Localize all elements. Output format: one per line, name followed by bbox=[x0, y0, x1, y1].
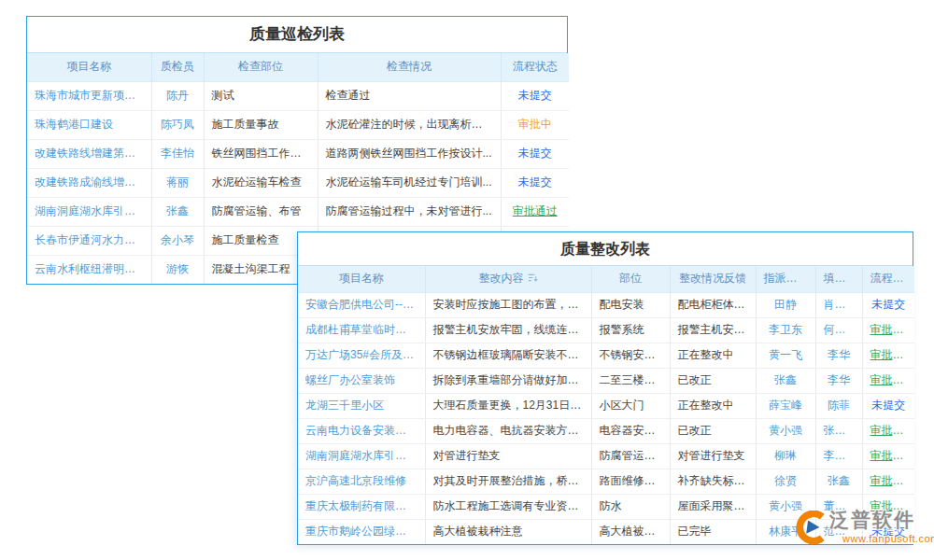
assignee-name-link[interactable]: 张鑫 bbox=[756, 368, 815, 393]
assignee-name-link[interactable]: 田静 bbox=[756, 292, 815, 317]
table-row: 湖南洞庭湖水库引水工...张鑫防腐管运输、布管防腐管运输过程中，未对管进行...… bbox=[27, 197, 569, 226]
assignee-name-link[interactable]: 李卫东 bbox=[756, 317, 815, 343]
column-header-reporter: 填报人 bbox=[815, 266, 862, 292]
inspection-situation: 检查通过 bbox=[318, 81, 501, 110]
table-row: 珠海鹤港口建设陈巧凤施工质量事故水泥砼灌注的时候，出现离析现象审批中 bbox=[27, 110, 569, 139]
inspector-name-link[interactable]: 陈丹 bbox=[151, 81, 204, 110]
inspector-name-link[interactable]: 李佳怡 bbox=[151, 139, 204, 168]
status-link[interactable]: 审批中 bbox=[501, 110, 569, 139]
status-link[interactable]: 未提交 bbox=[501, 139, 569, 168]
inspection-table-title: 质量巡检列表 bbox=[27, 17, 567, 53]
project-name-link[interactable]: 安徽合肥供电公司--配电设备... bbox=[298, 292, 425, 317]
table-row: 成都杜甫草堂临时展厅独立展...报警主机安放牢固，线缆连接...报警系统报警主机… bbox=[298, 317, 914, 343]
project-name-link[interactable]: 龙湖三千里小区 bbox=[298, 393, 425, 418]
project-name-link[interactable]: 成都杜甫草堂临时展厅独立展... bbox=[298, 317, 425, 343]
rectify-part: 二至三楼混... bbox=[591, 368, 670, 393]
column-header-situation: 检查情况 bbox=[318, 53, 501, 81]
rectify-part: 高大植被栽种 bbox=[591, 519, 670, 544]
table-row: 龙湖三千里小区大理石质量更换，12月31日之...小区大门正在整改中薛宝峰陈菲未… bbox=[298, 393, 914, 418]
inspector-name-link[interactable]: 陈巧凤 bbox=[151, 110, 204, 139]
rectify-feedback: 已改正 bbox=[670, 368, 756, 393]
table-row: 云南电力设备安装有限公司20...电力电容器、电抗器安装方案,...电容器安装.… bbox=[298, 418, 914, 443]
project-name-link[interactable]: 珠海市城市更新项目紫... bbox=[27, 81, 151, 110]
assignee-name-link[interactable]: 黄小强 bbox=[756, 418, 815, 443]
status-link[interactable]: 未提交 bbox=[501, 168, 569, 197]
page: 质量巡检列表 项目名称质检员检查部位检查情况流程状态 珠海市城市更新项目紫...… bbox=[0, 0, 934, 560]
status-link[interactable]: 审批通过 bbox=[501, 197, 569, 226]
rectification-table-title: 质量整改列表 bbox=[298, 232, 913, 266]
reporter-name-link[interactable]: 李华 bbox=[815, 368, 862, 393]
rectify-feedback: 正在整改中 bbox=[670, 343, 756, 368]
project-name-link[interactable]: 云南水利枢纽潜明水库... bbox=[27, 255, 151, 284]
project-name-link[interactable]: 湖南洞庭湖水库引水工程施工标 bbox=[298, 443, 425, 469]
reporter-name-link[interactable]: 何芷茵 bbox=[815, 317, 862, 343]
status-link[interactable]: 审批通过 bbox=[862, 469, 914, 494]
rectify-feedback: 报警主机安放... bbox=[670, 317, 756, 343]
reporter-name-link[interactable]: 陈菲 bbox=[815, 393, 862, 418]
project-name-link[interactable]: 京沪高速北京段维修 bbox=[298, 469, 425, 494]
project-name-link[interactable]: 重庆太极制药有限公司亳州中... bbox=[298, 494, 425, 519]
column-header-part: 部位 bbox=[591, 266, 670, 292]
assignee-name-link[interactable]: 徐贤 bbox=[756, 469, 815, 494]
rectify-part: 不锈钢安装... bbox=[591, 343, 670, 368]
rectify-feedback: 已完毕 bbox=[670, 519, 756, 544]
rectify-content: 大理石质量更换，12月31日之... bbox=[425, 393, 591, 418]
rectify-content: 报警主机安放牢固，线缆连接... bbox=[425, 317, 591, 343]
column-header-content[interactable]: 整改内容 bbox=[425, 266, 591, 292]
project-name-link[interactable]: 云南电力设备安装有限公司20... bbox=[298, 418, 425, 443]
assignee-name-link[interactable]: 黄一飞 bbox=[756, 343, 815, 368]
reporter-name-link[interactable]: 李若若 bbox=[815, 443, 862, 469]
rectify-content: 高大植被栽种注意 bbox=[425, 519, 591, 544]
inspector-name-link[interactable]: 蒋丽 bbox=[151, 168, 204, 197]
project-name-link[interactable]: 长春市伊通河水力发电... bbox=[27, 226, 151, 255]
project-name-link[interactable]: 螺丝厂办公室装饰 bbox=[298, 368, 425, 393]
inspection-situation: 水泥砼灌注的时候，出现离析现象 bbox=[318, 110, 501, 139]
table-row: 湖南洞庭湖水库引水工程施工标对管进行垫支防腐管运输...对管进行垫支柳琳李若若审… bbox=[298, 443, 914, 469]
inspector-name-link[interactable]: 游恢 bbox=[151, 255, 204, 284]
watermark: 泛普软件 www.fanpusoft.com bbox=[792, 509, 934, 548]
project-name-link[interactable]: 湖南洞庭湖水库引水工... bbox=[27, 197, 151, 226]
status-link[interactable]: 未提交 bbox=[862, 292, 914, 317]
rectify-content: 对管进行垫支 bbox=[425, 443, 591, 469]
project-name-link[interactable]: 珠海鹤港口建设 bbox=[27, 110, 151, 139]
reporter-name-link[interactable]: 张小东 bbox=[815, 418, 862, 443]
assignee-name-link[interactable]: 薛宝峰 bbox=[756, 393, 815, 418]
rectify-feedback: 正在整改中 bbox=[670, 393, 756, 418]
inspector-name-link[interactable]: 余小琴 bbox=[151, 226, 204, 255]
project-name-link[interactable]: 改建铁路线增建第二线... bbox=[27, 139, 151, 168]
rectify-part: 防腐管运输... bbox=[591, 443, 670, 469]
column-header-status: 流程状态 bbox=[862, 266, 914, 292]
rectify-content: 拆除到承重墙部分请做好加固... bbox=[425, 368, 591, 393]
status-link[interactable]: 审批通过 bbox=[862, 443, 914, 469]
table-row: 改建铁路成渝线增建第...蒋丽水泥砼运输车检查水泥砼运输车司机经过专门培训...… bbox=[27, 168, 569, 197]
status-link[interactable]: 审批通过 bbox=[862, 368, 914, 393]
project-name-link[interactable]: 改建铁路成渝线增建第... bbox=[27, 168, 151, 197]
project-name-link[interactable]: 万达广场35#会所及咖啡厅空... bbox=[298, 343, 425, 368]
rectify-content: 电力电容器、电抗器安装方案,... bbox=[425, 418, 591, 443]
rectify-part: 小区大门 bbox=[591, 393, 670, 418]
column-header-assignee: 指派人员 bbox=[756, 266, 815, 292]
rectify-content: 安装时应按施工图的布置，将... bbox=[425, 292, 591, 317]
watermark-url-text: www.fanpusoft.com bbox=[829, 533, 934, 544]
status-link[interactable]: 未提交 bbox=[862, 393, 914, 418]
sort-icon[interactable] bbox=[524, 272, 538, 285]
status-link[interactable]: 未提交 bbox=[501, 81, 569, 110]
inspection-situation: 道路两侧铁丝网围挡工作按设计... bbox=[318, 139, 501, 168]
status-link[interactable]: 审批通过 bbox=[862, 343, 914, 368]
project-name-link[interactable]: 重庆市鹅岭公园绿化景观提升... bbox=[298, 519, 425, 544]
inspector-name-link[interactable]: 张鑫 bbox=[151, 197, 204, 226]
status-link[interactable]: 审批通过 bbox=[862, 418, 914, 443]
rectification-grid: 项目名称整改内容部位整改情况反馈指派人员填报人流程状态 安徽合肥供电公司--配电… bbox=[298, 266, 914, 544]
rectify-part: 电容器安装... bbox=[591, 418, 670, 443]
inspection-part: 铁丝网围挡工作检查 bbox=[204, 139, 318, 168]
rectify-content: 对其及时开展整治措施，桥头... bbox=[425, 469, 591, 494]
rectify-feedback: 补齐缺失标志... bbox=[670, 469, 756, 494]
reporter-name-link[interactable]: 张鑫 bbox=[815, 469, 862, 494]
table-row: 螺丝厂办公室装饰拆除到承重墙部分请做好加固...二至三楼混...已改正张鑫李华审… bbox=[298, 368, 914, 393]
table-row: 改建铁路线增建第二线...李佳怡铁丝网围挡工作检查道路两侧铁丝网围挡工作按设计.… bbox=[27, 139, 569, 168]
assignee-name-link[interactable]: 柳琳 bbox=[756, 443, 815, 469]
reporter-name-link[interactable]: 李华 bbox=[815, 343, 862, 368]
rectify-feedback: 屋面采用聚氨... bbox=[670, 494, 756, 519]
reporter-name-link[interactable]: 肖亚军 bbox=[815, 292, 862, 317]
status-link[interactable]: 审批通过 bbox=[862, 317, 914, 343]
